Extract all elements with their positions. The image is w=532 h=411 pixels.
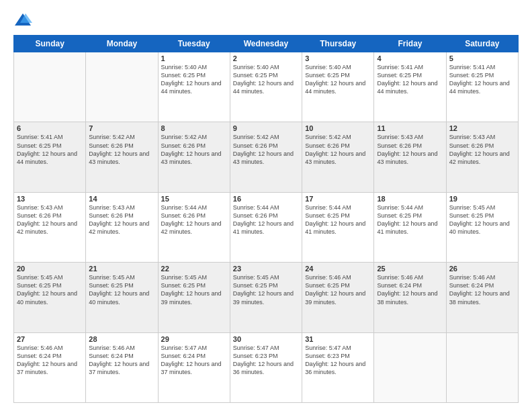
day-header-monday: Monday [86, 36, 158, 52]
day-info: Sunrise: 5:46 AMSunset: 6:24 PMDaylight:… [17, 344, 83, 377]
day-number: 31 [305, 335, 371, 343]
day-number: 21 [89, 265, 154, 273]
calendar-cell [446, 332, 518, 402]
calendar-cell: 29Sunrise: 5:47 AMSunset: 6:24 PMDayligh… [158, 332, 230, 402]
calendar-cell: 17Sunrise: 5:44 AMSunset: 6:25 PMDayligh… [302, 192, 374, 262]
calendar-cell: 15Sunrise: 5:44 AMSunset: 6:26 PMDayligh… [158, 192, 230, 262]
day-info: Sunrise: 5:46 AMSunset: 6:24 PMDaylight:… [449, 273, 515, 306]
day-number: 29 [161, 335, 227, 343]
day-info: Sunrise: 5:41 AMSunset: 6:25 PMDaylight:… [449, 63, 515, 96]
day-number: 13 [17, 195, 83, 203]
day-info: Sunrise: 5:46 AMSunset: 6:24 PMDaylight:… [89, 344, 154, 377]
calendar-cell: 1Sunrise: 5:40 AMSunset: 6:25 PMDaylight… [158, 52, 230, 122]
day-info: Sunrise: 5:42 AMSunset: 6:26 PMDaylight:… [305, 133, 371, 166]
day-info: Sunrise: 5:41 AMSunset: 6:25 PMDaylight:… [377, 63, 443, 96]
calendar-cell: 7Sunrise: 5:42 AMSunset: 6:26 PMDaylight… [86, 122, 158, 192]
day-number: 23 [233, 265, 299, 273]
calendar-cell: 30Sunrise: 5:47 AMSunset: 6:23 PMDayligh… [230, 332, 302, 402]
day-info: Sunrise: 5:44 AMSunset: 6:26 PMDaylight:… [233, 203, 299, 236]
day-number: 5 [449, 54, 515, 62]
day-info: Sunrise: 5:45 AMSunset: 6:25 PMDaylight:… [161, 273, 227, 306]
day-number: 3 [305, 54, 371, 62]
day-info: Sunrise: 5:40 AMSunset: 6:25 PMDaylight:… [161, 63, 227, 96]
day-info: Sunrise: 5:44 AMSunset: 6:25 PMDaylight:… [305, 203, 371, 236]
day-number: 27 [17, 335, 83, 343]
day-number: 8 [161, 124, 227, 132]
day-info: Sunrise: 5:44 AMSunset: 6:25 PMDaylight:… [377, 203, 443, 236]
day-header-friday: Friday [374, 36, 446, 52]
day-info: Sunrise: 5:45 AMSunset: 6:25 PMDaylight:… [233, 273, 299, 306]
day-header-sunday: Sunday [14, 36, 86, 52]
day-number: 17 [305, 195, 371, 203]
calendar-cell: 27Sunrise: 5:46 AMSunset: 6:24 PMDayligh… [14, 332, 86, 402]
calendar-cell: 12Sunrise: 5:43 AMSunset: 6:26 PMDayligh… [446, 122, 518, 192]
day-number: 10 [305, 124, 371, 132]
calendar-cell: 26Sunrise: 5:46 AMSunset: 6:24 PMDayligh… [446, 263, 518, 332]
calendar-cell: 24Sunrise: 5:46 AMSunset: 6:25 PMDayligh… [302, 263, 374, 332]
day-number: 11 [377, 124, 443, 132]
day-number: 14 [89, 195, 154, 203]
day-number: 9 [233, 124, 299, 132]
calendar-cell: 31Sunrise: 5:47 AMSunset: 6:23 PMDayligh… [302, 332, 374, 402]
calendar-cell: 22Sunrise: 5:45 AMSunset: 6:25 PMDayligh… [158, 263, 230, 332]
calendar-cell: 8Sunrise: 5:42 AMSunset: 6:26 PMDaylight… [158, 122, 230, 192]
calendar-header-row: SundayMondayTuesdayWednesdayThursdayFrid… [14, 36, 519, 52]
calendar-cell: 2Sunrise: 5:40 AMSunset: 6:25 PMDaylight… [230, 52, 302, 122]
week-row-2: 6Sunrise: 5:41 AMSunset: 6:25 PMDaylight… [14, 122, 519, 192]
day-info: Sunrise: 5:47 AMSunset: 6:23 PMDaylight:… [233, 344, 299, 377]
day-number: 26 [449, 265, 515, 273]
calendar-cell: 20Sunrise: 5:45 AMSunset: 6:25 PMDayligh… [14, 263, 86, 332]
calendar-cell: 11Sunrise: 5:43 AMSunset: 6:26 PMDayligh… [374, 122, 446, 192]
header [13, 11, 519, 30]
day-info: Sunrise: 5:43 AMSunset: 6:26 PMDaylight:… [17, 203, 83, 236]
day-number: 15 [161, 195, 227, 203]
calendar-cell: 13Sunrise: 5:43 AMSunset: 6:26 PMDayligh… [14, 192, 86, 262]
logo [13, 11, 35, 30]
day-number: 12 [449, 124, 515, 132]
day-header-wednesday: Wednesday [230, 36, 302, 52]
page: SundayMondayTuesdayWednesdayThursdayFrid… [0, 0, 532, 411]
day-number: 2 [233, 54, 299, 62]
day-info: Sunrise: 5:45 AMSunset: 6:25 PMDaylight:… [449, 203, 515, 236]
day-info: Sunrise: 5:41 AMSunset: 6:25 PMDaylight:… [17, 133, 83, 166]
day-header-saturday: Saturday [446, 36, 518, 52]
day-number: 1 [161, 54, 227, 62]
day-number: 25 [377, 265, 443, 273]
calendar-cell: 21Sunrise: 5:45 AMSunset: 6:25 PMDayligh… [86, 263, 158, 332]
day-header-thursday: Thursday [302, 36, 374, 52]
calendar-cell: 19Sunrise: 5:45 AMSunset: 6:25 PMDayligh… [446, 192, 518, 262]
calendar-cell: 9Sunrise: 5:42 AMSunset: 6:26 PMDaylight… [230, 122, 302, 192]
calendar-cell: 28Sunrise: 5:46 AMSunset: 6:24 PMDayligh… [86, 332, 158, 402]
calendar-cell: 4Sunrise: 5:41 AMSunset: 6:25 PMDaylight… [374, 52, 446, 122]
day-number: 18 [377, 195, 443, 203]
calendar-cell: 16Sunrise: 5:44 AMSunset: 6:26 PMDayligh… [230, 192, 302, 262]
day-number: 24 [305, 265, 371, 273]
day-info: Sunrise: 5:40 AMSunset: 6:25 PMDaylight:… [233, 63, 299, 96]
calendar-cell [86, 52, 158, 122]
calendar-cell: 10Sunrise: 5:42 AMSunset: 6:26 PMDayligh… [302, 122, 374, 192]
calendar-cell: 14Sunrise: 5:43 AMSunset: 6:26 PMDayligh… [86, 192, 158, 262]
week-row-3: 13Sunrise: 5:43 AMSunset: 6:26 PMDayligh… [14, 192, 519, 262]
day-number: 6 [17, 124, 83, 132]
week-row-4: 20Sunrise: 5:45 AMSunset: 6:25 PMDayligh… [14, 263, 519, 332]
day-number: 19 [449, 195, 515, 203]
day-info: Sunrise: 5:42 AMSunset: 6:26 PMDaylight:… [233, 133, 299, 166]
calendar-cell [374, 332, 446, 402]
day-info: Sunrise: 5:47 AMSunset: 6:23 PMDaylight:… [305, 344, 371, 377]
calendar-cell: 18Sunrise: 5:44 AMSunset: 6:25 PMDayligh… [374, 192, 446, 262]
day-number: 20 [17, 265, 83, 273]
calendar-cell [14, 52, 86, 122]
day-number: 4 [377, 54, 443, 62]
day-number: 28 [89, 335, 154, 343]
logo-icon [13, 11, 32, 30]
day-number: 16 [233, 195, 299, 203]
calendar-table: SundayMondayTuesdayWednesdayThursdayFrid… [13, 35, 519, 403]
day-info: Sunrise: 5:46 AMSunset: 6:24 PMDaylight:… [377, 273, 443, 306]
day-info: Sunrise: 5:45 AMSunset: 6:25 PMDaylight:… [89, 273, 154, 306]
day-info: Sunrise: 5:43 AMSunset: 6:26 PMDaylight:… [449, 133, 515, 166]
day-info: Sunrise: 5:44 AMSunset: 6:26 PMDaylight:… [161, 203, 227, 236]
day-info: Sunrise: 5:43 AMSunset: 6:26 PMDaylight:… [377, 133, 443, 166]
week-row-5: 27Sunrise: 5:46 AMSunset: 6:24 PMDayligh… [14, 332, 519, 402]
calendar-cell: 5Sunrise: 5:41 AMSunset: 6:25 PMDaylight… [446, 52, 518, 122]
week-row-1: 1Sunrise: 5:40 AMSunset: 6:25 PMDaylight… [14, 52, 519, 122]
